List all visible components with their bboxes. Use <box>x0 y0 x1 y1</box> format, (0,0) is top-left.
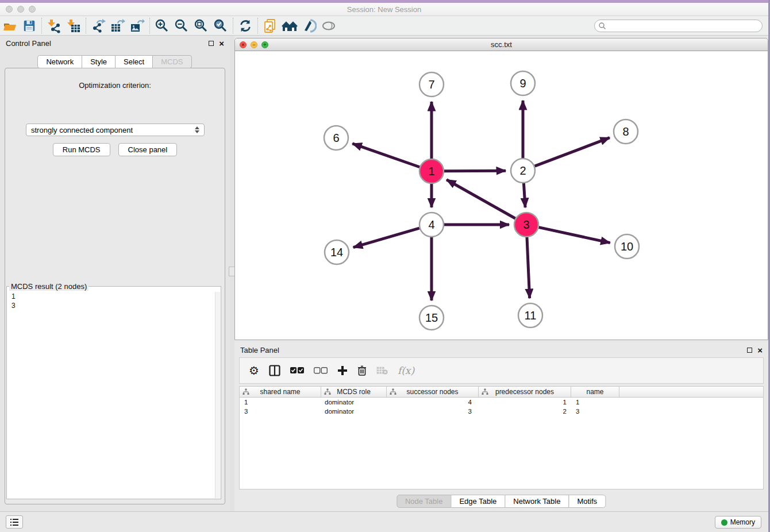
network-canvas[interactable]: 1234678910111415 <box>235 51 768 340</box>
save-floppy-icon <box>22 19 36 33</box>
network-window-title: scc.txt <box>235 40 768 49</box>
table-cell[interactable]: 1 <box>571 399 619 406</box>
table-cell[interactable]: dominator <box>321 408 387 415</box>
new-network-file-button[interactable] <box>260 17 280 34</box>
node-table-header: shared name MCDS role successor nodes pr… <box>240 387 763 398</box>
panel-layout-button[interactable] <box>269 365 280 376</box>
import-table-button[interactable] <box>64 17 83 34</box>
gear-icon: ⚙ <box>249 365 259 376</box>
column-header-shared-name[interactable]: shared name <box>240 387 321 397</box>
apply-style-button[interactable] <box>299 17 319 34</box>
graph-edge-4-14[interactable] <box>353 228 419 247</box>
home-networks-button[interactable] <box>280 17 299 34</box>
close-panel-icon[interactable]: × <box>219 39 224 48</box>
graph-edge-1-2[interactable] <box>444 171 506 171</box>
mcds-result-scrollbar[interactable] <box>215 292 220 498</box>
graph-node-label: 11 <box>525 309 537 322</box>
close-table-panel-icon[interactable]: × <box>757 346 763 354</box>
dropdown-stepper-icon <box>195 126 199 133</box>
tab-edge-table[interactable]: Edge Table <box>451 495 505 508</box>
network-graph[interactable]: 1234678910111415 <box>235 51 768 340</box>
select-all-button[interactable] <box>290 367 304 374</box>
node-table: shared name MCDS role successor nodes pr… <box>239 386 764 489</box>
table-row[interactable]: 3dominator323 <box>240 407 763 416</box>
column-header-name[interactable]: name <box>571 387 619 397</box>
column-settings-button[interactable]: ⚙ <box>249 365 259 376</box>
sitemap-icon <box>482 388 488 395</box>
graph-node-label: 9 <box>519 77 526 90</box>
criterion-dropdown-value: strongly connected component <box>31 126 133 134</box>
graph-edge-3-11[interactable] <box>527 237 530 298</box>
graph-edge-1-6[interactable] <box>352 144 419 167</box>
graph-edge-2-8[interactable] <box>535 138 610 167</box>
delete-column-button[interactable] <box>357 365 367 376</box>
status-bar: Memory <box>0 511 768 532</box>
task-history-button[interactable] <box>6 515 23 529</box>
open-session-button[interactable] <box>0 17 20 34</box>
tab-node-table[interactable]: Node Table <box>396 495 452 508</box>
table-cell[interactable]: 2 <box>479 408 571 415</box>
graph-node-label: 8 <box>622 125 629 138</box>
tab-network-table[interactable]: Network Table <box>505 495 569 508</box>
panel-splitter[interactable] <box>230 36 234 511</box>
criterion-dropdown[interactable]: strongly connected component <box>26 124 205 136</box>
graph-node-label: 7 <box>428 78 434 91</box>
zoom-out-button[interactable] <box>172 17 191 34</box>
table-cell[interactable]: 3 <box>387 408 479 415</box>
mcds-result-line: 1 <box>11 292 221 301</box>
search-icon <box>598 22 606 30</box>
table-cell[interactable]: 4 <box>387 399 479 406</box>
tab-style[interactable]: Style <box>82 55 116 68</box>
column-header-predecessor-nodes[interactable]: predecessor nodes <box>479 387 571 397</box>
graph-node-label: 3 <box>523 218 529 231</box>
export-table-icon <box>110 18 125 33</box>
tab-mcds[interactable]: MCDS <box>152 55 191 68</box>
zoom-fit-icon <box>194 18 209 33</box>
graph-edge-3-10[interactable] <box>538 228 610 243</box>
deselect-all-button[interactable] <box>314 367 328 374</box>
zoom-in-button[interactable] <box>152 17 172 34</box>
zoom-fit-button[interactable] <box>191 17 211 34</box>
tab-motifs[interactable]: Motifs <box>568 495 606 508</box>
export-image-button[interactable] <box>128 17 147 34</box>
control-panel-tabs: Network Style Select MCDS <box>0 55 230 68</box>
refresh-button[interactable] <box>236 17 255 34</box>
table-cell[interactable]: dominator <box>321 399 387 406</box>
mcds-result-line: 3 <box>11 301 221 310</box>
column-header-mcds-role[interactable]: MCDS role <box>321 387 387 397</box>
save-session-button[interactable] <box>20 17 39 34</box>
graph-edge-2-3[interactable] <box>523 183 525 207</box>
tab-select[interactable]: Select <box>115 55 153 68</box>
trash-icon <box>357 365 367 376</box>
float-panel-icon[interactable] <box>209 41 214 46</box>
search-input[interactable] <box>606 21 762 31</box>
control-panel-title: Control Panel <box>6 39 51 48</box>
mcds-panel-body: Optimization criterion: strongly connect… <box>5 68 225 504</box>
graph-node-label: 1 <box>428 165 434 178</box>
table-cell[interactable]: 3 <box>240 408 321 415</box>
show-hide-button[interactable] <box>319 17 338 34</box>
table-cell[interactable]: 1 <box>240 399 321 406</box>
sitemap-icon <box>324 388 331 395</box>
toolbar-search[interactable] <box>594 20 763 32</box>
run-mcds-button[interactable]: Run MCDS <box>53 143 110 156</box>
table-row[interactable]: 1dominator411 <box>240 398 763 407</box>
table-cell[interactable]: 3 <box>571 408 619 415</box>
graph-edge-3-1[interactable] <box>446 180 515 218</box>
float-table-panel-icon[interactable] <box>747 348 752 353</box>
table-cell[interactable]: 1 <box>479 399 571 406</box>
close-panel-button[interactable]: Close panel <box>118 143 178 156</box>
export-network-button[interactable] <box>88 17 108 34</box>
column-header-successor-nodes[interactable]: successor nodes <box>387 387 479 397</box>
toolbar-separator <box>149 18 150 34</box>
network-window: × − + scc.txt 1234678910111415 <box>234 38 768 340</box>
list-icon <box>10 518 19 526</box>
export-table-button[interactable] <box>108 17 128 34</box>
function-builder-button: f(x) <box>398 365 414 376</box>
mcds-result-title: MCDS result (2 nodes) <box>9 282 88 291</box>
add-column-button[interactable] <box>337 365 348 376</box>
memory-button[interactable]: Memory <box>715 516 761 529</box>
import-network-button[interactable] <box>44 17 64 34</box>
tab-network[interactable]: Network <box>37 55 82 68</box>
zoom-selected-button[interactable] <box>211 17 230 34</box>
